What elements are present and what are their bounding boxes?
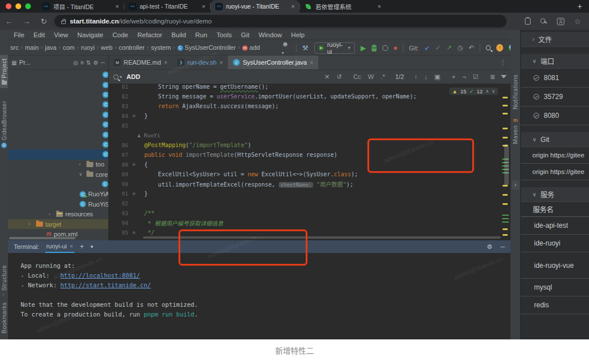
fold-marker-icon[interactable]: ⊖ [131,113,137,118]
breadcrumb-item[interactable]: ruoyi [81,44,94,51]
tree-item[interactable]: CS [8,90,108,100]
terminal-minimize-icon[interactable]: ─ [500,243,505,251]
project-panel-title[interactable]: Pr... [19,59,30,66]
chevron-icon[interactable]: › [29,221,34,227]
stripe-bookmarks-button[interactable]: Bookmarks [1,302,7,334]
menu-build[interactable]: Build [167,31,190,38]
tree-item[interactable]: CS [8,110,108,120]
menu-git[interactable]: Git [237,31,254,38]
menu-window[interactable]: Window [255,31,286,38]
fold-marker-icon[interactable]: ⊖ [131,162,137,167]
tree-item[interactable]: C▶RuoYiApp [8,189,108,199]
sidebar-section-services[interactable]: ∨服务 [521,187,589,202]
chevron-icon[interactable]: › [79,162,84,167]
search-history-icon[interactable]: ↺ [335,73,343,81]
tab-close-icon[interactable]: × [291,3,295,10]
menu-view[interactable]: View [50,31,72,38]
menu-file[interactable]: File [10,31,29,38]
address-field[interactable]: start.titanide.cn/ide/web/coding/ruoyi-v… [54,15,507,27]
menu-code[interactable]: Code [108,31,132,38]
tree-item[interactable]: ›resources [8,209,108,219]
inspections-widget[interactable]: ▲15 ✓12 ∧∨ [449,88,498,95]
tab-close-icon[interactable]: × [219,60,223,66]
terminal-settings-gear-icon[interactable]: ⚙ [487,243,492,251]
author-lens[interactable]: ♟ RuoYi [137,132,160,139]
tree-item[interactable]: CRuoYiSer [8,199,108,209]
clipboard-icon[interactable] [525,18,531,25]
breadcrumb-item[interactable]: java [45,44,57,51]
breadcrumb-item[interactable]: src [10,44,19,51]
run-config-select[interactable]: ▶ruoyi-ui▾ [314,42,355,54]
browser-tab-3[interactable]: 若依管理系统× [300,0,386,13]
fold-marker-icon[interactable]: ⊖ [131,230,137,235]
breadcrumb-item[interactable]: CSysUserController [177,44,236,51]
stripe-maven-button[interactable]: m Maven [512,117,519,144]
bookmark-star-icon[interactable]: ☆ [574,17,581,26]
editor-tabs-more-icon[interactable]: ⋮ [495,59,511,66]
port-row[interactable]: 8080 [521,106,589,125]
terminal-tab-close-icon[interactable]: × [70,243,73,250]
tab-close-icon[interactable]: × [310,60,313,66]
menu-help[interactable]: Help [287,31,309,38]
browser-tab-2[interactable]: <>ruoyi-vue - TitanIDE× [211,0,299,13]
tree-item[interactable]: CSwa [8,179,108,189]
minimize-window-button[interactable] [15,3,21,9]
tree-item[interactable]: CS [8,120,108,129]
password-key-icon[interactable] [540,18,547,25]
fold-marker-icon[interactable]: ⊖ [131,191,137,196]
tab-close-icon[interactable]: × [202,3,205,10]
editor-tab[interactable]: CSysUserController.java× [228,56,318,69]
breadcrumb-item[interactable]: web [101,44,112,51]
menu-run[interactable]: Run [191,31,211,38]
exclude-filter-icon[interactable]: ¬ [461,73,467,80]
hide-panel-icon[interactable]: ─ [101,60,105,66]
breadcrumb-item[interactable]: madd [242,44,260,51]
expand-all-icon[interactable]: ≡ [81,60,84,66]
panel-expand-chevron-icon[interactable]: › [512,180,519,189]
clear-search-icon[interactable]: ✕ [323,73,331,81]
git-push-icon[interactable]: ↗ [446,44,452,52]
git-remote-row[interactable]: origin https://gitee [521,164,589,180]
service-row[interactable]: ide-ruoyi [521,235,589,252]
editor-vscrollbar[interactable] [504,144,509,185]
git-update-icon[interactable]: ↙ [425,44,430,52]
terminal-tab[interactable]: ruoyi-ui× [45,240,74,253]
menu-tools[interactable]: Tools [212,31,236,38]
tab-close-icon[interactable]: × [378,3,381,10]
new-tab-button[interactable]: + [571,2,589,11]
service-row[interactable]: ide-api-test [521,217,589,235]
debug-bug-icon[interactable] [371,45,377,52]
tree-item[interactable]: CS [8,129,108,139]
tab-close-icon[interactable]: × [164,60,167,66]
tree-item[interactable]: CS [8,100,108,109]
service-row[interactable]: ide-ruoyi-vue [521,252,589,279]
terminal-dropdown-icon[interactable]: ▼ [90,244,94,250]
menu-navigate[interactable]: Navigate [73,31,107,38]
chevron-icon[interactable]: ∨ [79,172,84,177]
tree-item[interactable]: CS [8,140,108,149]
breadcrumb-item[interactable]: com [63,44,75,51]
match-case-toggle[interactable]: Cc [352,73,362,80]
menu-edit[interactable]: Edit [30,31,49,38]
filter-funnel-icon[interactable] [501,75,507,78]
tree-item[interactable]: ›too [8,160,108,169]
user-icon[interactable]: ☻▾ [282,40,290,56]
tree-item[interactable]: ›target [8,219,108,229]
tree-item[interactable]: CS [8,149,108,159]
tree-item[interactable]: ∨core.c [8,169,108,179]
breadcrumb-item[interactable]: system [151,44,171,51]
port-row[interactable]: 8081 [521,69,589,88]
service-row[interactable]: redis [521,296,589,314]
back-icon[interactable]: ← [0,17,18,26]
breadcrumb-item[interactable]: main [25,44,39,51]
update-notification-icon[interactable]: ↑ [496,44,503,52]
terminal-link[interactable]: http://start.titanide.cn/ [61,282,151,288]
tree-item[interactable]: CS [8,70,108,80]
run-button[interactable]: ▶ [361,44,366,52]
build-hammer-icon[interactable]: ⚒ [302,44,309,52]
stripe-notifications-button[interactable]: Notifications [512,74,519,109]
coverage-icon[interactable] [382,45,388,51]
select-all-matches-icon[interactable]: ▣ [433,73,441,81]
menu-refactor[interactable]: Refactor [133,31,166,38]
git-remote-row[interactable]: origin https://gitee [521,147,589,164]
